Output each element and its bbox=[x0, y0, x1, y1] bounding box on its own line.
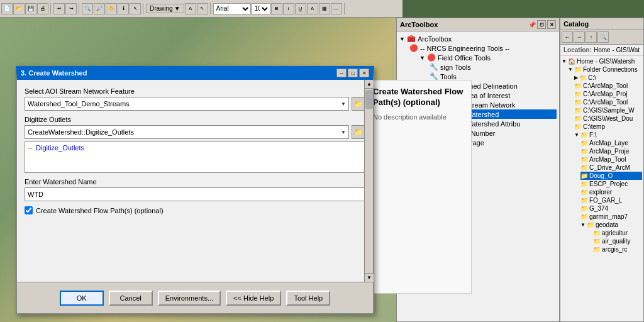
digitize-list-item-label: Digitize_Outlets bbox=[36, 144, 84, 152]
fill-color-btn[interactable]: ▦ bbox=[319, 3, 330, 14]
scrollbar-down-btn[interactable]: ▼ bbox=[365, 273, 374, 282]
italic-btn[interactable]: I bbox=[283, 3, 294, 14]
cat-air-quality[interactable]: 📁 air_quality bbox=[593, 237, 642, 245]
catalog-panel: Catalog ← → ↑ 🔍 Location: Home - GIS\Wat… bbox=[560, 18, 644, 322]
environments-button[interactable]: Environments... bbox=[158, 291, 221, 306]
cat-arcmap-layer[interactable]: 📁 ArcMap_Laye bbox=[580, 139, 642, 147]
atb-tools-label: Tools bbox=[440, 73, 457, 80]
atb-float-btn[interactable]: ⊡ bbox=[537, 20, 546, 29]
dialog-footer: OK Cancel Environments... << Hide Help T… bbox=[17, 282, 373, 313]
bold-btn[interactable]: B bbox=[271, 3, 282, 14]
font-color-btn[interactable]: A bbox=[307, 3, 318, 14]
toolbar-section-drawing: Drawing ▼ A ↖ bbox=[146, 3, 211, 14]
atb-nrcs-item[interactable]: 🔴 -- NRCS Engineering Tools -- bbox=[409, 43, 557, 53]
atb-nrcs-label: -- NRCS Engineering Tools -- bbox=[420, 45, 509, 52]
dialog-minimize-btn[interactable]: ─ bbox=[336, 69, 347, 77]
line-color-btn[interactable]: — bbox=[331, 3, 342, 14]
atb-design-tools[interactable]: 🔧 sign Tools bbox=[430, 62, 557, 72]
tb-select-btn[interactable]: ↖ bbox=[130, 3, 141, 14]
cat-escp-project[interactable]: 📁 ESCP_Projec bbox=[580, 180, 642, 188]
cat-arcmap-proj2[interactable]: 📁 ArcMap_Proje bbox=[580, 147, 642, 155]
tb-undo-btn[interactable]: ↩ bbox=[53, 3, 65, 14]
tb-zoom-out-btn[interactable]: 🔎 bbox=[94, 3, 105, 14]
flow-paths-checkbox[interactable] bbox=[25, 206, 33, 214]
underline-btn[interactable]: U bbox=[295, 3, 306, 14]
atb-field-office-item[interactable]: ▼ 🔴 Field Office Tools bbox=[419, 53, 557, 62]
digitize-row: CreateWatershed::Digitize_Outlets ▼ 📁 bbox=[25, 125, 365, 139]
help-description: No description available bbox=[373, 113, 465, 121]
watershed-name-input[interactable] bbox=[25, 187, 365, 201]
cat-geodata[interactable]: ▼ 📁 geodata bbox=[580, 221, 642, 229]
ok-button[interactable]: OK bbox=[60, 291, 104, 306]
cat-arcgis-label: arcgis_rc bbox=[602, 246, 628, 253]
digitize-dropdown-value: CreateWatershed::Digitize_Outlets bbox=[28, 128, 134, 136]
tb-identify-btn[interactable]: ℹ bbox=[118, 3, 129, 14]
cat-gis-west[interactable]: 📁 C:\GIS\Sample_W bbox=[574, 106, 642, 114]
scrollbar-up-btn[interactable]: ▲ bbox=[365, 80, 374, 89]
cat-garmin[interactable]: 📁 garmin_map7 bbox=[580, 213, 642, 221]
toolbar-section-font: Arial 10 B I U A ▦ — bbox=[213, 3, 345, 14]
stream-network-folder-btn[interactable]: 📁 bbox=[352, 97, 365, 111]
watershed-name-section: Enter Watershed Name bbox=[25, 178, 365, 201]
tool-help-button[interactable]: Tool Help bbox=[286, 291, 330, 306]
dialog-body: Select AOI Stream Network Feature Waters… bbox=[17, 80, 373, 282]
cat-arcmap-tool3[interactable]: 📁 ArcMap_Tool bbox=[580, 155, 642, 164]
cat-home-item[interactable]: ▼ 🏠 Home - GIS\Watersh bbox=[562, 57, 642, 65]
drawing-arrow-icon: ▼ bbox=[174, 5, 180, 12]
tb-open-btn[interactable]: 📂 bbox=[13, 3, 25, 14]
dialog-scrollbar[interactable]: ▲ ▼ bbox=[364, 80, 373, 282]
cat-agriculture[interactable]: 📁 agricultur bbox=[593, 229, 642, 237]
tb-pan-btn[interactable]: ✋ bbox=[106, 3, 117, 14]
cat-arcmap-tool2[interactable]: 📁 C:\ArcMap_Tool bbox=[574, 98, 642, 106]
cat-arcmap-tools[interactable]: 📁 C:\ArcMap_Tool bbox=[574, 82, 642, 90]
tb-zoom-in-btn[interactable]: 🔍 bbox=[82, 3, 93, 14]
atb-close-btn[interactable]: ✕ bbox=[547, 20, 556, 29]
cat-ca-item[interactable]: ▶ 📁 C:\ bbox=[574, 74, 642, 82]
arctoolbox-titlebar: ArcToolbox 📌 ⊡ ✕ bbox=[397, 18, 559, 31]
atb-root-label: ArcToolbox bbox=[418, 35, 452, 43]
tb-redo-btn[interactable]: ↪ bbox=[65, 3, 77, 14]
stream-network-dropdown[interactable]: Watershed_Tool_Demo_Streams ▼ bbox=[25, 97, 349, 111]
cat-g374[interactable]: 📁 G_374 bbox=[580, 204, 642, 213]
hide-help-button[interactable]: << Hide Help bbox=[226, 291, 281, 306]
cat-doug-label: Doug_O bbox=[589, 172, 613, 179]
cat-arcgis-rc[interactable]: 📁 arcgis_rc bbox=[593, 245, 642, 253]
cat-folder-connections[interactable]: ▼ 📁 Folder Connections bbox=[568, 65, 642, 74]
dialog-close-btn[interactable]: ✕ bbox=[359, 69, 369, 77]
cat-forward-btn[interactable]: → bbox=[574, 31, 585, 43]
cat-explorer[interactable]: 📁 explorer bbox=[580, 188, 642, 196]
cat-arcmap-proj2-icon: 📁 bbox=[580, 148, 588, 155]
cat-back-btn[interactable]: ← bbox=[562, 31, 573, 43]
cat-c-temp[interactable]: 📁 C:\GIS\West_Dou bbox=[574, 114, 642, 123]
font-size-select[interactable]: 10 bbox=[252, 3, 270, 14]
digitize-dropdown[interactable]: CreateWatershed::Digitize_Outlets ▼ bbox=[25, 125, 349, 139]
cat-fo-gar[interactable]: 📁 FO_GAR_L bbox=[580, 196, 642, 204]
toolbar-section-2: ↩ ↪ bbox=[53, 3, 79, 14]
cat-arcmap-proj-icon: 📁 bbox=[574, 91, 582, 97]
cat-gis-west-icon: 📁 bbox=[574, 107, 582, 114]
atb-root-item[interactable]: ▼ 🧰 ArcToolbox bbox=[399, 34, 557, 43]
cat-up-btn[interactable]: ↑ bbox=[586, 31, 597, 43]
cancel-button[interactable]: Cancel bbox=[109, 291, 153, 306]
cat-doug-o-item[interactable]: 📁 Doug_O bbox=[580, 172, 642, 180]
cat-fo-gar-icon: 📁 bbox=[580, 197, 588, 204]
drawing-dropdown-btn[interactable]: Drawing ▼ bbox=[146, 4, 184, 13]
toolbar-section-3: 🔍 🔎 ✋ ℹ ↖ bbox=[82, 3, 143, 14]
atb-design-icon: 🔧 bbox=[430, 63, 438, 71]
font-family-select[interactable]: Arial bbox=[213, 3, 251, 14]
tb-draw-btn[interactable]: A bbox=[185, 3, 196, 14]
cat-search-btn[interactable]: 🔍 bbox=[597, 31, 609, 43]
cat-users-mark[interactable]: 📁 C:\temp bbox=[574, 123, 642, 131]
tb-save-btn[interactable]: 💾 bbox=[25, 3, 36, 14]
dialog-restore-btn[interactable]: □ bbox=[348, 69, 358, 77]
digitize-folder-btn[interactable]: 📁 bbox=[352, 125, 365, 139]
cat-agri-label: agricultur bbox=[602, 230, 628, 236]
tb-new-btn[interactable]: 📄 bbox=[1, 3, 13, 14]
cat-arcmap-proj[interactable]: 📁 C:\ArcMap_Proj bbox=[574, 90, 642, 98]
cat-g374-icon: 📁 bbox=[580, 205, 588, 212]
cat-fa-drive[interactable]: ▼ 📁 F:\ bbox=[574, 131, 642, 139]
stream-network-row: Watershed_Tool_Demo_Streams ▼ 📁 bbox=[25, 97, 365, 111]
tb-draw2-btn[interactable]: ↖ bbox=[197, 3, 208, 14]
tb-print-btn[interactable]: 🖨 bbox=[37, 3, 48, 14]
cat-c-drive-arcm[interactable]: 📁 C_Drive_ArcM bbox=[580, 164, 642, 172]
